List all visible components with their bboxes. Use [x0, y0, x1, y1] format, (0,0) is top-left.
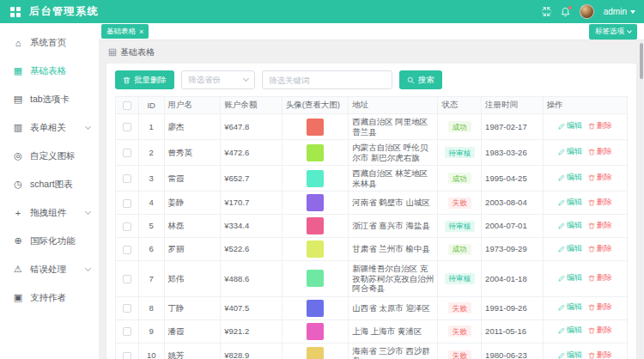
delete-button[interactable]: 删除 [588, 244, 612, 254]
user-avatar-thumbnail[interactable] [307, 347, 324, 359]
table-row: 2 曾秀英 ¥472.6 内蒙古自治区 呼伦贝尔市 新巴尔虎右旗 待审核 198… [116, 140, 628, 166]
sidebar-item-i18n[interactable]: ⊕ 国际化功能 [0, 227, 99, 255]
row-checkbox[interactable] [123, 222, 131, 231]
open-tabs: 基础表格 × [101, 24, 149, 39]
cell-balance: ¥652.7 [221, 166, 283, 192]
edit-button[interactable]: 编辑 [558, 221, 582, 231]
delete-button[interactable]: 删除 [588, 121, 612, 131]
pencil-icon [558, 246, 565, 253]
user-avatar-thumbnail[interactable] [307, 240, 324, 258]
user-avatar-thumbnail[interactable] [307, 194, 324, 211]
sidebar-item-form[interactable]: ▥ 表单相关 [0, 113, 99, 142]
bell-icon[interactable] [561, 7, 570, 17]
column-header: 地址 [349, 97, 438, 114]
user-avatar-thumbnail[interactable] [307, 170, 324, 187]
row-checkbox[interactable] [123, 149, 131, 157]
scrollbar-track [640, 41, 643, 358]
edit-button[interactable]: 编辑 [558, 244, 582, 254]
trash-icon [588, 352, 595, 359]
trash-icon [588, 199, 595, 206]
close-icon[interactable]: × [139, 29, 143, 34]
row-checkbox[interactable] [123, 123, 131, 131]
search-button[interactable]: 搜索 [399, 70, 442, 89]
row-checkbox[interactable] [123, 352, 131, 359]
support-icon: ▣ [12, 292, 24, 303]
trash-icon [588, 246, 595, 253]
keyword-input[interactable] [262, 70, 392, 89]
row-checkbox[interactable] [123, 275, 131, 283]
edit-button[interactable]: 编辑 [558, 302, 582, 313]
toolbar: 批量删除 筛选省份 搜索 [115, 70, 628, 89]
select-all-checkbox[interactable] [123, 101, 131, 110]
row-checkbox[interactable] [123, 246, 131, 254]
edit-button[interactable]: 编辑 [558, 326, 582, 336]
cell-username: 雷霞 [164, 166, 221, 192]
breadcrumb-label: 基础表格 [120, 46, 155, 58]
sidebar-item-support[interactable]: ▣ 支持作者 [0, 283, 99, 312]
row-checkbox[interactable] [123, 199, 131, 208]
user-avatar[interactable] [580, 4, 594, 19]
status-badge: 失败 [448, 198, 471, 209]
tabs-icon: ▤ [12, 94, 24, 105]
cell-register-date: 2004-07-01 [482, 215, 544, 238]
pencil-icon [558, 304, 565, 311]
delete-button[interactable]: 删除 [588, 198, 612, 208]
row-checkbox[interactable] [123, 327, 131, 336]
app-title: 后台管理系统 [29, 4, 99, 19]
batch-delete-label: 批量删除 [134, 75, 167, 86]
tab-basic-table[interactable]: 基础表格 × [101, 24, 149, 39]
data-table: ID用户名账户余额头像(查看大图)地址状态注册时间操作 1 廖杰 ¥647.8 … [115, 96, 628, 359]
province-select[interactable]: 筛选省份 [181, 70, 255, 89]
status-badge: 待审核 [445, 147, 476, 158]
cell-address: 甘肃省 兰州市 榆中县 [349, 238, 438, 261]
trash-icon [588, 174, 595, 181]
edit-button[interactable]: 编辑 [558, 173, 582, 183]
chevron-down-icon [630, 10, 635, 14]
fullscreen-icon[interactable] [542, 7, 551, 16]
user-avatar-thumbnail[interactable] [307, 119, 324, 136]
delete-button[interactable]: 删除 [588, 326, 612, 336]
sidebar-item-custom-icon[interactable]: ◎ 自定义图标 [0, 142, 99, 170]
user-avatar-thumbnail[interactable] [307, 300, 324, 317]
sidebar-item-home[interactable]: ⌂ 系统首页 [0, 28, 99, 57]
edit-button[interactable]: 编辑 [558, 273, 582, 283]
edit-button[interactable]: 编辑 [558, 350, 582, 359]
cell-username: 姚芳 [164, 343, 221, 359]
scrollbar-thumb[interactable] [640, 43, 643, 79]
delete-button[interactable]: 删除 [588, 350, 612, 359]
cell-register-date: 1973-09-29 [482, 238, 544, 261]
column-header: 账户余额 [221, 97, 283, 114]
row-checkbox[interactable] [123, 174, 131, 183]
status-badge: 失败 [448, 302, 471, 313]
delete-button[interactable]: 删除 [588, 273, 612, 283]
batch-delete-button[interactable]: 批量删除 [115, 70, 174, 89]
delete-button[interactable]: 删除 [588, 173, 612, 183]
row-checkbox[interactable] [123, 304, 131, 313]
sidebar-item-drag[interactable]: + 拖拽组件 [0, 198, 99, 227]
table-body: 1 廖杰 ¥647.8 西藏自治区 阿里地区 普兰县 成功 1987-02-17… [116, 114, 628, 359]
sidebar-item-error[interactable]: ⚠ 错误处理 [0, 255, 99, 283]
user-avatar-thumbnail[interactable] [307, 144, 324, 161]
trash-icon [588, 149, 595, 155]
cell-address: 上海 上海市 黄浦区 [349, 319, 438, 343]
cell-register-date: 1980-06-23 [482, 343, 544, 359]
sidebar-item-chart[interactable]: ◷ schart图表 [0, 170, 99, 198]
user-menu[interactable]: admin [604, 7, 635, 16]
cell-balance: ¥472.6 [221, 140, 283, 166]
app-logo-icon [10, 7, 21, 17]
delete-button[interactable]: 删除 [588, 221, 612, 231]
edit-button[interactable]: 编辑 [558, 121, 582, 131]
sidebar-item-tabs[interactable]: ▤ tab选项卡 [0, 85, 99, 113]
user-avatar-thumbnail[interactable] [307, 270, 324, 287]
user-avatar-thumbnail[interactable] [307, 217, 324, 234]
edit-button[interactable]: 编辑 [558, 147, 582, 157]
tag-options-button[interactable]: 标签选项 [589, 24, 637, 40]
delete-button[interactable]: 删除 [588, 147, 612, 157]
edit-button[interactable]: 编辑 [558, 198, 582, 208]
sidebar-item-table[interactable]: ▦ 基础表格 [0, 57, 99, 85]
column-header: 状态 [438, 97, 482, 114]
user-avatar-thumbnail[interactable] [307, 323, 324, 340]
chart-icon: ◷ [12, 179, 24, 190]
cell-address: 山西省 太原市 迎泽区 [349, 296, 438, 319]
delete-button[interactable]: 删除 [588, 302, 612, 313]
